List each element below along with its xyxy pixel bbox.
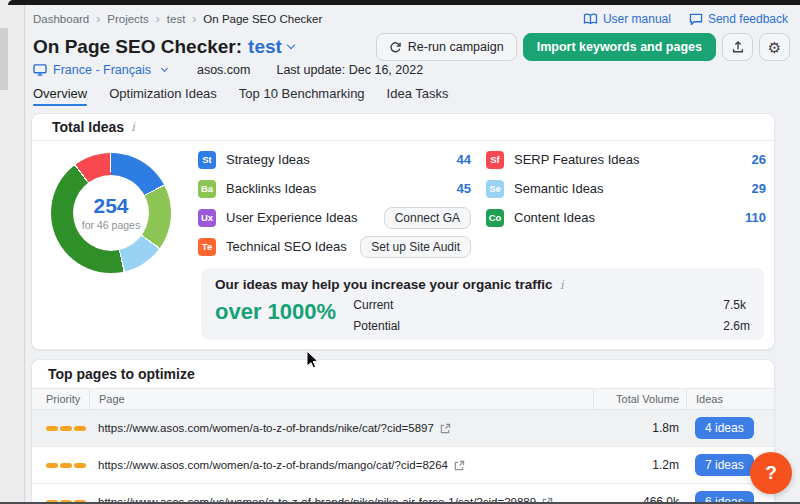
project-selector[interactable]: test — [248, 36, 294, 58]
page-cell: https://www.asos.com/women/a-to-z-of-bra… — [89, 459, 593, 471]
top-row: Dashboard › Projects › test › On Page SE… — [26, 5, 800, 26]
strategy-ideas-icon: St — [198, 151, 216, 169]
ideas-list-right: Sf SERP Features Ideas 26 Se Semantic Id… — [486, 145, 766, 232]
tab-overview[interactable]: Overview — [33, 86, 87, 106]
total-ideas-count: 254 — [93, 195, 128, 217]
technical-seo-ideas-label: Technical SEO Ideas — [226, 239, 347, 254]
priority-dashes-icon — [46, 463, 89, 468]
top-links: User manual Send feedback — [583, 12, 788, 26]
donut-center: 254 for 46 pages — [51, 153, 171, 273]
technical-seo-ideas-icon: Te — [198, 238, 216, 256]
chevron-down-icon — [287, 41, 295, 49]
import-keywords-label: Import keywords and pages — [537, 40, 702, 54]
tab-top10-benchmarking[interactable]: Top 10 Benchmarking — [239, 86, 365, 106]
ideas-count-button[interactable]: 4 ideas — [695, 417, 754, 439]
list-item: Ux User Experience Ideas Connect GA — [198, 203, 471, 232]
help-button[interactable]: ? — [750, 452, 792, 494]
breadcrumb-dashboard[interactable]: Dashboard — [33, 13, 89, 25]
serp-features-ideas-icon: Sf — [486, 151, 504, 169]
monitor-icon — [33, 64, 47, 76]
connect-ga-button[interactable]: Connect GA — [384, 207, 471, 229]
current-bar — [413, 301, 713, 309]
meta-row: France - Français asos.com Last update: … — [26, 62, 800, 77]
language-selector[interactable]: France - Français — [33, 63, 167, 77]
send-feedback-link[interactable]: Send feedback — [689, 12, 788, 26]
ideas-count-button[interactable]: 7 ideas — [695, 454, 754, 476]
window-top-edge — [8, 0, 800, 5]
page-url: https://www.asos.com/women/a-to-z-of-bra… — [98, 422, 434, 434]
potential-traffic-row: Potential 2.6m — [353, 319, 750, 333]
info-icon[interactable]: i — [560, 278, 564, 292]
total-ideas-pages: for 46 pages — [82, 219, 140, 231]
total-ideas-body: 254 for 46 pages St Strategy Ideas 44 Ba… — [32, 141, 774, 349]
serp-features-ideas-count[interactable]: 26 — [752, 152, 766, 167]
ideas-count-button[interactable]: 6 ideas — [695, 491, 754, 502]
table-row: https://www.asos.com/women/a-to-z-of-bra… — [32, 447, 774, 484]
list-item: Ba Backlinks Ideas 45 — [198, 174, 471, 203]
total-ideas-card: Total Ideas i 254 for 46 pages St Strate… — [31, 113, 775, 350]
chevron-down-icon — [161, 65, 168, 72]
rerun-campaign-button[interactable]: Re-run campaign — [376, 33, 517, 61]
total-ideas-header: Total Ideas i — [32, 114, 774, 141]
list-item: St Strategy Ideas 44 — [198, 145, 471, 174]
table-row: https://www.asos.com/us/women/a-to-z-of-… — [32, 484, 774, 502]
upload-icon — [731, 40, 745, 54]
content-ideas-label: Content Ideas — [514, 210, 595, 225]
external-link-icon[interactable] — [440, 423, 451, 434]
breadcrumb-current: On Page SEO Checker — [203, 13, 322, 25]
ideas-cell: 4 ideas — [686, 417, 774, 439]
traffic-highlight: over 1000% — [215, 299, 353, 333]
traffic-content: over 1000% Current 7.5k Potential 2.6m — [215, 296, 750, 333]
info-icon[interactable]: i — [131, 120, 135, 134]
window-edge-block — [0, 28, 8, 90]
potential-bar — [413, 322, 713, 330]
title-row: On Page SEO Checker: test Re-run campaig… — [26, 33, 800, 61]
breadcrumb-test[interactable]: test — [167, 13, 186, 25]
serp-features-ideas-label: SERP Features Ideas — [514, 152, 640, 167]
send-feedback-label: Send feedback — [708, 12, 788, 26]
strategy-ideas-count[interactable]: 44 — [457, 152, 471, 167]
strategy-ideas-label: Strategy Ideas — [226, 152, 310, 167]
organic-traffic-panel: Our ideas may help you increase your org… — [201, 268, 764, 340]
priority-indicator — [32, 463, 89, 468]
content-ideas-count[interactable]: 110 — [745, 210, 766, 225]
domain-label: asos.com — [197, 63, 251, 77]
page-link[interactable]: https://www.asos.com/women/a-to-z-of-bra… — [98, 422, 593, 434]
rerun-campaign-label: Re-run campaign — [408, 40, 504, 54]
import-keywords-button[interactable]: Import keywords and pages — [523, 33, 716, 61]
user-manual-link[interactable]: User manual — [583, 12, 671, 26]
table-row: https://www.asos.com/women/a-to-z-of-bra… — [32, 410, 774, 447]
tab-optimization-ideas[interactable]: Optimization Ideas — [109, 86, 217, 106]
current-label: Current — [353, 298, 413, 312]
table-header-row: Priority Page Total Volume Ideas — [32, 388, 774, 410]
tab-idea-tasks[interactable]: Idea Tasks — [387, 86, 449, 106]
external-link-icon[interactable] — [454, 460, 465, 471]
refresh-icon — [389, 41, 402, 54]
breadcrumb-projects[interactable]: Projects — [107, 13, 149, 25]
total-volume-value: 1.2m — [593, 458, 686, 472]
page-title: On Page SEO Checker: test — [33, 36, 294, 58]
breadcrumb-separator-icon: › — [185, 12, 203, 26]
ideas-cell: 6 ideas — [686, 491, 774, 502]
settings-button[interactable]: ⚙ — [759, 33, 790, 61]
content-ideas-icon: Co — [486, 209, 504, 227]
list-item: Te Technical SEO Ideas Set up Site Audit — [198, 232, 471, 261]
gear-icon: ⚙ — [768, 40, 781, 55]
top-pages-card: Top pages to optimize Priority Page Tota… — [31, 359, 775, 502]
top-pages-title: Top pages to optimize — [48, 366, 195, 382]
semantic-ideas-count[interactable]: 29 — [752, 181, 766, 196]
traffic-panel-title-row: Our ideas may help you increase your org… — [215, 277, 750, 292]
traffic-bars: Current 7.5k Potential 2.6m — [353, 298, 750, 333]
total-volume-value: 466.0k — [593, 495, 686, 502]
tab-bar: Overview Optimization Ideas Top 10 Bench… — [26, 86, 800, 106]
page-link[interactable]: https://www.asos.com/women/a-to-z-of-bra… — [98, 459, 593, 471]
project-name: test — [248, 36, 282, 58]
export-button[interactable] — [722, 33, 753, 61]
toolbar: Re-run campaign Import keywords and page… — [376, 33, 790, 61]
list-item: Sf SERP Features Ideas 26 — [486, 145, 766, 174]
window: Dashboard › Projects › test › On Page SE… — [0, 0, 800, 504]
setup-site-audit-button[interactable]: Set up Site Audit — [360, 236, 471, 258]
backlinks-ideas-count[interactable]: 45 — [457, 181, 471, 196]
user-experience-ideas-label: User Experience Ideas — [226, 210, 358, 225]
backlinks-ideas-icon: Ba — [198, 180, 216, 198]
